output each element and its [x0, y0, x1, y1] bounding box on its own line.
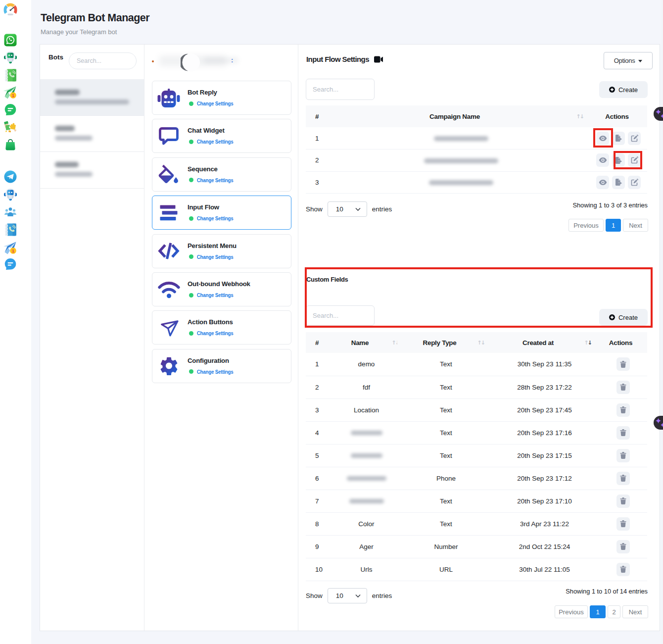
menu-card-configuration[interactable]: Configuration Change Settings [152, 349, 291, 383]
view-button[interactable] [596, 132, 609, 145]
chat-bubble-blue-icon[interactable] [4, 258, 17, 272]
col-header-campaign[interactable]: Campaign Name↑↓ [335, 105, 587, 127]
contact-book-blue-icon[interactable] [4, 223, 17, 239]
bot-list-item[interactable] [40, 116, 144, 152]
menu-card-outbound-webhook[interactable]: Out-bound Webhook Change Settings [152, 272, 291, 306]
delete-button[interactable] [616, 403, 630, 417]
export-button[interactable] [612, 176, 625, 189]
col-header-num[interactable]: # [306, 332, 335, 353]
flow-next-button[interactable]: Next [623, 219, 648, 232]
delete-button[interactable] [616, 495, 630, 508]
bots-search-input[interactable] [69, 52, 137, 69]
assistant-fab-top[interactable] [654, 107, 663, 121]
view-button[interactable] [596, 153, 609, 167]
selected-bot-header: : [144, 48, 298, 75]
change-settings-link[interactable]: Change Settings [197, 139, 234, 145]
caret-down-icon [638, 60, 642, 62]
export-button[interactable] [612, 132, 625, 145]
custom-page-size-select[interactable]: 10 [328, 588, 367, 603]
change-settings-link[interactable]: Change Settings [197, 292, 234, 298]
chat-bubble-green-icon[interactable] [4, 103, 17, 118]
paper-plane-green-icon[interactable]: 1 [3, 86, 18, 101]
custom-fields-table: # Name↑↓ Reply Type↑↓ Created at↑↓ Actio… [306, 332, 647, 581]
puzzle-icon[interactable] [4, 121, 17, 136]
custom-field-row: 10 Urls URL 30th Jul 22 11:05 [306, 558, 647, 581]
row-actions [587, 149, 647, 172]
col-header-reply-type[interactable]: Reply Type↑↓ [397, 332, 495, 353]
custom-pagination: Previous 1 2 Next [555, 605, 648, 618]
flow-page-1[interactable]: 1 [606, 219, 621, 232]
edit-button[interactable] [628, 153, 641, 167]
bot-list-item[interactable] [40, 79, 144, 116]
row-num: 2 [306, 149, 335, 172]
bot-list-item[interactable] [40, 152, 144, 189]
custom-show-entries: Show 10 entries [306, 588, 392, 603]
flow-pagination: Previous 1 Next [568, 219, 648, 232]
redacted-bot-username [55, 172, 93, 177]
row-actions [594, 558, 647, 581]
shopping-bag-green-icon[interactable] [4, 138, 16, 152]
campaign-row: 2 [306, 149, 647, 172]
gauge-logo-icon[interactable] [4, 3, 17, 18]
custom-search-input[interactable] [306, 305, 375, 326]
edit-button[interactable] [628, 132, 641, 145]
row-actions [594, 490, 647, 512]
redacted-campaign-name [335, 171, 587, 194]
change-settings-link[interactable]: Change Settings [197, 254, 234, 260]
redacted-bot-name [55, 162, 79, 167]
assistant-fab-bottom[interactable] [654, 416, 663, 430]
flow-prev-button[interactable]: Previous [568, 219, 604, 232]
flow-search-input[interactable] [306, 79, 375, 100]
col-header-created-at[interactable]: Created at↑↓ [495, 332, 594, 353]
menu-card-input-flow[interactable]: Input Flow Change Settings [152, 196, 291, 230]
delete-button[interactable] [616, 426, 630, 440]
change-settings-link[interactable]: Change Settings [197, 215, 234, 221]
paper-plane-blue-icon[interactable]: 1 [3, 242, 18, 256]
custom-page-1[interactable]: 1 [590, 605, 606, 618]
view-button[interactable] [596, 176, 609, 189]
options-button[interactable]: Options [604, 52, 653, 69]
change-settings-link[interactable]: Change Settings [197, 177, 234, 183]
field-created-at: 2nd Oct 22 15:24 [495, 535, 594, 558]
export-button[interactable] [612, 153, 625, 167]
custom-page-2[interactable]: 2 [608, 605, 620, 618]
custom-next-button[interactable]: Next [622, 605, 648, 618]
people-group-blue-icon[interactable] [4, 206, 17, 219]
telegram-icon[interactable] [4, 170, 17, 185]
delete-button[interactable] [616, 472, 630, 485]
delete-button[interactable] [616, 540, 630, 553]
menu-card-sequence[interactable]: Sequence Change Settings [152, 157, 291, 192]
custom-create-button[interactable]: Create [599, 309, 648, 326]
menu-card-title: Chat Widget [188, 127, 225, 134]
delete-button[interactable] [616, 517, 630, 531]
delete-button[interactable] [616, 449, 630, 462]
bots-panel: Bots [40, 45, 144, 631]
change-settings-link[interactable]: Change Settings [197, 100, 234, 106]
menu-card-chat-widget[interactable]: Chat Widget Change Settings [152, 119, 291, 153]
flow-page-size-select[interactable]: 10 [328, 201, 367, 217]
change-settings-link[interactable]: Change Settings [197, 330, 234, 336]
app-icon-rail: 1 [0, 0, 31, 644]
custom-field-row: 3 Location Text 20th Sep 23 17:45 [306, 398, 647, 421]
flow-create-button[interactable]: Create [599, 81, 648, 98]
delete-button[interactable] [616, 357, 630, 371]
col-header-num[interactable]: # [306, 105, 335, 127]
status-dot-green [189, 254, 193, 259]
robot-blue-icon[interactable] [4, 188, 17, 203]
delete-button[interactable] [616, 563, 630, 576]
video-tutorial-icon[interactable] [374, 56, 383, 64]
robot-green-icon[interactable] [4, 50, 17, 66]
change-settings-link[interactable]: Change Settings [197, 369, 234, 375]
whatsapp-icon[interactable] [4, 34, 17, 49]
delete-button[interactable] [616, 381, 630, 394]
contact-book-green-icon[interactable] [4, 68, 17, 84]
field-reply-type: Text [397, 490, 495, 512]
edit-button[interactable] [628, 176, 641, 189]
menu-card-bot-reply[interactable]: Bot Reply Change Settings [152, 81, 291, 115]
custom-field-row: 6 Phone 20th Sep 23 17:12 [306, 467, 647, 490]
col-header-name[interactable]: Name↑↓ [335, 332, 397, 353]
sort-icon: ↑↓ [477, 340, 484, 346]
custom-prev-button[interactable]: Previous [555, 605, 588, 618]
menu-card-action-buttons[interactable]: Action Buttons Change Settings [152, 310, 291, 345]
menu-card-persistent-menu[interactable]: Persistent Menu Change Settings [152, 234, 291, 268]
